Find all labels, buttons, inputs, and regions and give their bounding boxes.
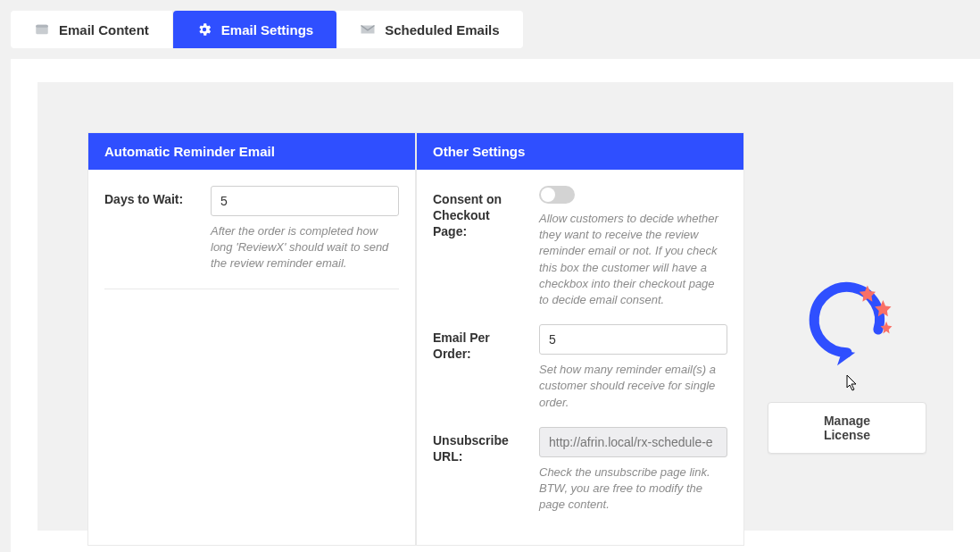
help-text: Set how many reminder email(s) a custome… (539, 362, 727, 411)
toggle-knob (541, 188, 555, 202)
unsubscribe-url-input[interactable] (539, 427, 727, 457)
help-text: After the order is completed how long 'R… (211, 223, 399, 272)
divider (104, 289, 399, 289)
side-card: Manage License (768, 132, 926, 454)
gear-icon (196, 21, 212, 38)
field-days-to-wait: Days to Wait: After the order is complet… (104, 186, 399, 272)
field-label: Unsubscribe URL: (433, 427, 527, 514)
tab-label: Email Settings (221, 22, 313, 38)
consent-toggle[interactable] (539, 186, 575, 204)
field-email-per-order: Email Per Order: Set how many reminder e… (433, 324, 727, 411)
field-label: Days to Wait: (104, 186, 198, 272)
panel-header: Other Settings (417, 133, 743, 170)
manage-license-button[interactable]: Manage License (768, 402, 926, 454)
days-to-wait-input[interactable] (211, 186, 399, 216)
tabs: Email Content Email Settings Scheduled E… (0, 0, 980, 48)
inner-area: Automatic Reminder Email Days to Wait: A… (37, 82, 953, 531)
tab-email-content[interactable]: Email Content (11, 11, 173, 48)
field-value: Allow customers to decide whether they w… (539, 186, 727, 308)
email-content-icon (34, 21, 50, 38)
settings-panels: Automatic Reminder Email Days to Wait: A… (87, 132, 744, 546)
field-value: Set how many reminder email(s) a custome… (539, 324, 727, 411)
panel-header: Automatic Reminder Email (88, 133, 415, 170)
tab-label: Email Content (59, 22, 149, 38)
cursor-icon (846, 374, 859, 392)
page-body: Automatic Reminder Email Days to Wait: A… (11, 59, 980, 552)
envelope-icon (360, 21, 376, 38)
tab-email-settings[interactable]: Email Settings (173, 11, 336, 48)
email-per-order-input[interactable] (539, 324, 727, 355)
panel-other-settings: Other Settings Consent on Checkout Page:… (416, 132, 744, 546)
field-consent-checkout: Consent on Checkout Page: Allow customer… (433, 186, 727, 308)
tab-scheduled-emails[interactable]: Scheduled Emails (336, 11, 522, 48)
help-text: Check the unsubscribe page link. BTW, yo… (539, 464, 727, 514)
field-value: After the order is completed how long 'R… (211, 186, 399, 272)
help-text: Allow customers to decide whether they w… (539, 211, 727, 308)
field-label: Consent on Checkout Page: (433, 186, 527, 308)
field-unsubscribe-url: Unsubscribe URL: Check the unsubscribe p… (433, 427, 727, 514)
tab-label: Scheduled Emails (385, 22, 499, 38)
svg-rect-1 (36, 25, 48, 28)
field-value: Check the unsubscribe page link. BTW, yo… (539, 427, 727, 514)
panel-body: Consent on Checkout Page: Allow customer… (417, 170, 743, 545)
panel-automatic-reminder: Automatic Reminder Email Days to Wait: A… (87, 132, 416, 546)
field-label: Email Per Order: (433, 324, 527, 411)
reviewx-logo-icon (798, 361, 896, 376)
panel-body: Days to Wait: After the order is complet… (88, 170, 415, 305)
